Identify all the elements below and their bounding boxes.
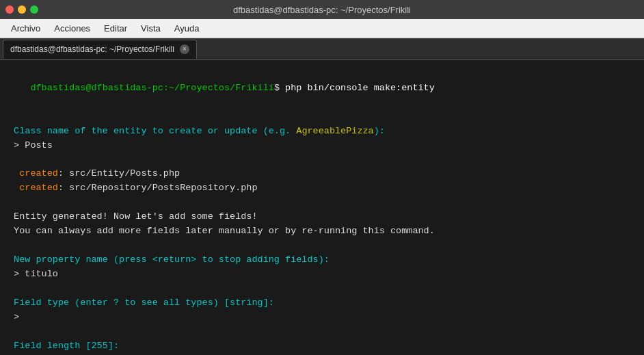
- menu-acciones[interactable]: Acciones: [49, 22, 96, 35]
- title-bar: dfbastidas@dfbastidas-pc: ~/Proyectos/Fr…: [0, 0, 644, 19]
- blank-5: [8, 282, 636, 296]
- created-repository: created: src/Repository/PostsRepository.…: [8, 181, 636, 196]
- input-posts: > Posts: [8, 139, 636, 153]
- terminal-tab[interactable]: dfbastidas@dfbastidas-pc: ~/Proyectos/Fr…: [3, 40, 197, 59]
- new-property-prompt: New property name (press <return> to sto…: [8, 253, 636, 267]
- input-field-type: >: [8, 311, 636, 325]
- blank-3: [8, 196, 636, 210]
- command-line: dfbastidas@dfbastidas-pc:~/Proyectos/Fri…: [8, 67, 636, 110]
- close-button[interactable]: [5, 5, 14, 14]
- command-text: php bin/console make:entity: [285, 83, 435, 93]
- prompt-user: dfbastidas@dfbastidas-pc:~/Proyectos/Fri…: [30, 83, 273, 93]
- blank-4: [8, 239, 636, 253]
- menu-vista[interactable]: Vista: [135, 22, 166, 35]
- blank-6: [8, 325, 636, 339]
- minimize-button[interactable]: [18, 5, 26, 14]
- entity-generated-1: Entity generated! Now let's add some fie…: [8, 210, 636, 224]
- prompt-symbol: $: [274, 83, 285, 93]
- created-entity: created: src/Entity/Posts.php: [8, 167, 636, 181]
- field-length-prompt: Field length [255]:: [8, 339, 636, 354]
- blank-1: [8, 110, 636, 124]
- menu-ayuda[interactable]: Ayuda: [169, 22, 205, 35]
- window-controls[interactable]: [5, 5, 38, 14]
- maximize-button[interactable]: [30, 5, 38, 14]
- class-name-prompt: Class name of the entity to create or up…: [8, 124, 636, 139]
- entity-generated-2: You can always add more fields later man…: [8, 224, 636, 239]
- terminal[interactable]: dfbastidas@dfbastidas-pc:~/Proyectos/Fri…: [0, 60, 644, 355]
- menu-editar[interactable]: Editar: [98, 22, 133, 35]
- menu-archivo[interactable]: Archivo: [5, 22, 46, 35]
- input-titulo: > titulo: [8, 267, 636, 282]
- tab-bar: dfbastidas@dfbastidas-pc: ~/Proyectos/Fr…: [0, 38, 644, 60]
- field-type-prompt: Field type (enter ? to see all types) [s…: [8, 296, 636, 311]
- menu-bar: Archivo Acciones Editar Vista Ayuda: [0, 19, 644, 38]
- tab-close-button[interactable]: ×: [180, 44, 189, 54]
- window-title: dfbastidas@dfbastidas-pc: ~/Proyectos/Fr…: [233, 5, 411, 15]
- blank-2: [8, 153, 636, 168]
- tab-label: dfbastidas@dfbastidas-pc: ~/Proyectos/Fr…: [10, 44, 174, 54]
